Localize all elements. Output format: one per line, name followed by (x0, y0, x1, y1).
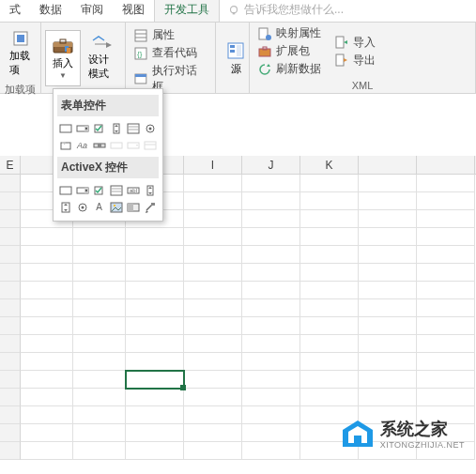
cell[interactable] (300, 299, 359, 317)
cell[interactable] (417, 282, 475, 299)
form-textfield-disabled-icon[interactable] (108, 137, 124, 153)
cell[interactable] (73, 264, 126, 282)
cell[interactable] (0, 442, 21, 460)
cell[interactable] (417, 192, 475, 210)
cell[interactable] (359, 192, 417, 210)
cell[interactable] (300, 335, 359, 353)
cell[interactable] (184, 442, 242, 460)
cell[interactable] (21, 424, 73, 442)
cell[interactable] (359, 246, 417, 264)
cell[interactable] (126, 442, 184, 460)
cell[interactable] (417, 228, 475, 246)
cell[interactable] (21, 317, 73, 335)
cell[interactable] (0, 406, 21, 424)
tab-developer[interactable]: 开发工具 (154, 0, 220, 22)
cell[interactable] (417, 299, 475, 317)
cell[interactable] (359, 175, 417, 192)
ax-combobox-icon[interactable] (74, 182, 90, 198)
cell[interactable] (359, 389, 417, 406)
cell[interactable] (359, 299, 417, 317)
cell[interactable] (126, 282, 184, 299)
cell[interactable] (359, 317, 417, 335)
cell[interactable] (184, 424, 242, 442)
cell[interactable] (417, 210, 475, 228)
cell[interactable] (242, 210, 300, 228)
cell[interactable] (242, 246, 300, 264)
export-button[interactable]: 导出 (330, 52, 379, 69)
ax-commandbutton-icon[interactable] (57, 182, 73, 198)
cell[interactable] (0, 228, 21, 246)
cell[interactable] (242, 299, 300, 317)
cell[interactable] (73, 317, 126, 335)
tab-review[interactable]: 审阅 (71, 0, 113, 22)
tab-data[interactable]: 数据 (30, 0, 71, 22)
cell[interactable] (73, 299, 126, 317)
cell[interactable] (0, 299, 21, 317)
cell[interactable] (300, 371, 359, 389)
cell[interactable] (0, 264, 21, 282)
form-label-icon[interactable]: Aa (74, 137, 90, 153)
expansion-button[interactable]: 扩展包 (253, 42, 325, 60)
cell[interactable] (417, 371, 475, 389)
ax-scrollbar-icon[interactable] (142, 182, 158, 198)
cell[interactable] (242, 406, 300, 424)
form-groupbox-icon[interactable]: xy (57, 137, 73, 153)
cell[interactable] (73, 246, 126, 264)
cell[interactable] (21, 282, 73, 299)
cell[interactable] (73, 353, 126, 371)
cell[interactable] (184, 389, 242, 406)
ax-listbox-icon[interactable] (108, 182, 124, 198)
cell[interactable] (242, 424, 300, 442)
ax-checkbox-icon[interactable] (91, 182, 107, 198)
cell[interactable] (21, 371, 73, 389)
cell[interactable] (0, 424, 21, 442)
tab-formula[interactable]: 式 (0, 0, 30, 22)
cell[interactable] (21, 353, 73, 371)
cell[interactable] (126, 264, 184, 282)
ax-togglebutton-icon[interactable] (125, 199, 141, 215)
cell[interactable] (417, 175, 475, 192)
cell[interactable] (242, 317, 300, 335)
cell[interactable] (126, 353, 184, 371)
cell[interactable] (73, 406, 126, 424)
cell[interactable] (359, 264, 417, 282)
cell[interactable] (126, 371, 184, 389)
cell[interactable] (417, 389, 475, 406)
cell[interactable] (0, 389, 21, 406)
cell[interactable] (126, 389, 184, 406)
cell[interactable] (126, 317, 184, 335)
cell[interactable] (300, 264, 359, 282)
cell[interactable] (0, 335, 21, 353)
cell[interactable] (0, 282, 21, 299)
cell[interactable] (21, 442, 73, 460)
cell[interactable] (300, 389, 359, 406)
cell[interactable] (359, 371, 417, 389)
cell[interactable] (126, 424, 184, 442)
cell[interactable] (21, 406, 73, 424)
cell[interactable] (417, 335, 475, 353)
cell[interactable] (21, 299, 73, 317)
cell[interactable] (300, 210, 359, 228)
cell[interactable] (0, 210, 21, 228)
cell[interactable] (21, 264, 73, 282)
cell[interactable] (21, 246, 73, 264)
form-listbox-icon[interactable] (125, 120, 141, 136)
cell[interactable] (359, 282, 417, 299)
cell[interactable] (242, 228, 300, 246)
cell[interactable] (417, 353, 475, 371)
cell[interactable] (126, 246, 184, 264)
tab-view[interactable]: 视图 (113, 0, 154, 22)
cell[interactable] (242, 442, 300, 460)
form-combo-disabled-icon[interactable] (125, 137, 141, 153)
tellme-search[interactable]: 告诉我您想做什么... (220, 0, 351, 22)
cell[interactable] (126, 406, 184, 424)
cell[interactable] (184, 335, 242, 353)
import-button[interactable]: 导入 (330, 34, 379, 52)
cell[interactable] (73, 335, 126, 353)
cell[interactable] (242, 192, 300, 210)
cell[interactable] (300, 228, 359, 246)
cell[interactable] (417, 317, 475, 335)
cell[interactable] (0, 246, 21, 264)
cell[interactable] (242, 353, 300, 371)
cell[interactable] (73, 228, 126, 246)
